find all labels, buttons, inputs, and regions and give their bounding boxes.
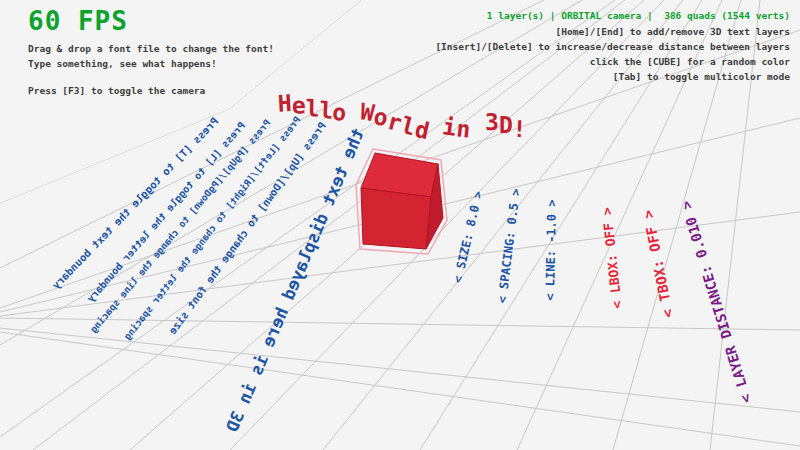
status-line: 1 layer(s) | ORBITAL camera | 386 quads … <box>435 8 790 24</box>
hint-cube-color: click the [CUBE] for a random color <box>435 54 790 69</box>
hud-left-panel: 60 FPS Drag & drop a font file to change… <box>28 8 274 98</box>
hint-multicolor-mode: [Tab] to toggle multicolor mode <box>435 69 790 84</box>
hint-add-remove-layers: [Home]/[End] to add/remove 3D text layer… <box>435 24 790 39</box>
hint-layer-distance: [Insert]/[Delete] to increase/decrease d… <box>435 39 790 54</box>
cube[interactable] <box>350 140 454 260</box>
cube-front-face <box>361 188 431 249</box>
fps-counter: 60 FPS <box>28 8 274 34</box>
3d-viewport[interactable]: Press [T] to toggle the text boundary Pr… <box>0 0 800 450</box>
hint-drop-font: Drag & drop a font file to change the fo… <box>28 41 274 56</box>
readout-line: < LINE: -1.0 > <box>543 199 559 300</box>
hud-right-panel: 1 layer(s) | ORBITAL camera | 386 quads … <box>435 8 790 84</box>
hint-toggle-camera: Press [F3] to toggle the camera <box>28 83 274 98</box>
hint-type-something: Type something, see what happens! <box>28 56 274 71</box>
